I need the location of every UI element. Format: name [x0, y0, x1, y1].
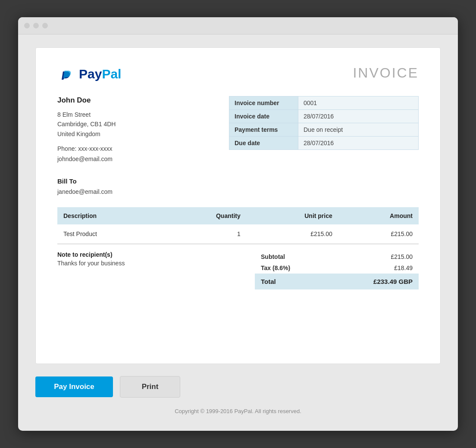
button-row: Pay Invoice Print	[35, 364, 441, 402]
print-button[interactable]: Print	[120, 376, 180, 398]
col-header-description: Description	[57, 207, 163, 224]
detail-label-number: Invoice number	[229, 96, 298, 110]
minimize-dot	[33, 23, 39, 28]
paypal-p-icon	[57, 65, 75, 83]
detail-row-number: Invoice number 0001	[229, 96, 419, 110]
maximize-dot	[42, 23, 48, 28]
sender-contact: Phone: xxx-xxx-xxxx johndoe@email.com	[57, 144, 229, 165]
table-header-row: Description Quantity Unit price Amount	[57, 207, 419, 224]
sender-phone: Phone: xxx-xxx-xxxx	[57, 145, 113, 152]
app-window: PayPal INVOICE John Doe 8 Elm Street Cam…	[18, 17, 458, 431]
note-label: Note to recipient(s)	[57, 251, 246, 258]
detail-label-date: Invoice date	[229, 110, 298, 123]
subtotal-row: Subtotal £215.00	[255, 251, 419, 262]
item-description: Test Product	[57, 224, 163, 244]
total-row: Total £233.49 GBP	[255, 274, 419, 289]
col-header-unit-price: Unit price	[247, 207, 338, 224]
total-label: Total	[255, 274, 328, 289]
detail-row-due: Due date 28/07/2016	[229, 137, 419, 150]
address-line1: 8 Elm Street	[57, 111, 91, 118]
totals-table: Subtotal £215.00 Tax (8.6%) £18.49 Total…	[255, 251, 419, 289]
col-header-quantity: Quantity	[163, 207, 247, 224]
detail-row-date: Invoice date 28/07/2016	[229, 110, 419, 123]
tax-value: £18.49	[328, 262, 419, 274]
paypal-pay-text: Pay	[79, 67, 102, 81]
sender-email: johndoe@email.com	[57, 156, 113, 162]
bill-to-email: janedoe@email.com	[57, 188, 419, 195]
note-text: Thanks for your business	[57, 260, 246, 267]
tax-label: Tax (8.6%)	[255, 262, 328, 274]
totals-section: Subtotal £215.00 Tax (8.6%) £18.49 Total…	[255, 251, 419, 289]
detail-value-number: 0001	[298, 96, 419, 110]
item-quantity: 1	[163, 224, 247, 244]
address-line2: Cambridge, CB1 4DH	[57, 121, 116, 128]
note-section: Note to recipient(s) Thanks for your bus…	[57, 251, 255, 267]
bill-to-section: Bill To janedoe@email.com	[57, 177, 419, 195]
subtotal-value: £215.00	[328, 251, 419, 262]
address-line3: United Kingdom	[57, 131, 100, 137]
item-unit-price: £215.00	[247, 224, 338, 244]
invoice-title: INVOICE	[353, 65, 419, 81]
detail-value-date: 28/07/2016	[298, 110, 419, 123]
summary-section: Note to recipient(s) Thanks for your bus…	[57, 244, 419, 289]
titlebar	[18, 17, 458, 34]
sender-info: John Doe 8 Elm Street Cambridge, CB1 4DH…	[57, 96, 229, 165]
detail-row-terms: Payment terms Due on receipt	[229, 123, 419, 137]
footer: Copyright © 1999-2016 PayPal. All rights…	[35, 402, 441, 418]
sender-name: John Doe	[57, 96, 229, 105]
invoice-meta: John Doe 8 Elm Street Cambridge, CB1 4DH…	[57, 96, 419, 165]
paypal-logo-text: PayPal	[79, 67, 121, 81]
pay-invoice-button[interactable]: Pay Invoice	[35, 376, 113, 397]
table-row: Test Product 1 £215.00 £215.00	[57, 224, 419, 244]
invoice-details-table: Invoice number 0001 Invoice date 28/07/2…	[229, 96, 419, 150]
detail-label-due: Due date	[229, 137, 298, 150]
tax-row: Tax (8.6%) £18.49	[255, 262, 419, 274]
sender-address: 8 Elm Street Cambridge, CB1 4DH United K…	[57, 110, 229, 139]
close-dot	[24, 23, 30, 28]
detail-value-due: 28/07/2016	[298, 137, 419, 150]
footer-text: Copyright © 1999-2016 PayPal. All rights…	[175, 408, 301, 414]
col-header-amount: Amount	[338, 207, 419, 224]
subtotal-label: Subtotal	[255, 251, 328, 262]
invoice-card: PayPal INVOICE John Doe 8 Elm Street Cam…	[35, 47, 441, 364]
window-content: PayPal INVOICE John Doe 8 Elm Street Cam…	[18, 34, 458, 431]
detail-value-terms: Due on receipt	[298, 123, 419, 137]
bill-to-label: Bill To	[57, 177, 419, 185]
items-table: Description Quantity Unit price Amount T…	[57, 207, 419, 244]
total-value: £233.49 GBP	[328, 274, 419, 289]
invoice-header: PayPal INVOICE	[57, 65, 419, 83]
item-amount: £215.00	[338, 224, 419, 244]
paypal-pal-text: Pal	[102, 67, 121, 81]
paypal-logo: PayPal	[57, 65, 121, 83]
detail-label-terms: Payment terms	[229, 123, 298, 137]
